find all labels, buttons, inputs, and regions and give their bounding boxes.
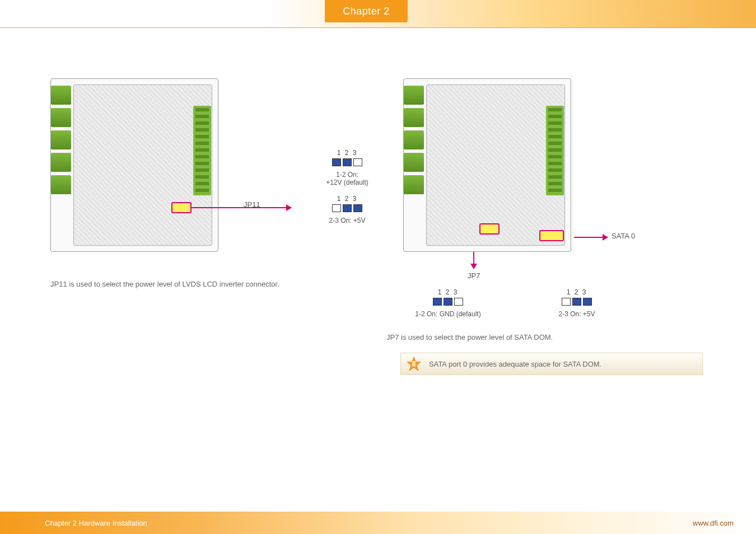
callout-arrow-jp11: [190, 207, 291, 208]
svg-rect-1: [412, 361, 416, 367]
jumper-diagrams-jp11: 1 2 3 1-2 On: +12V (default) 1 2 3 2-3 O…: [302, 146, 392, 232]
jumper-jp11-1-2: 1 2 3 1-2 On: +12V (default): [302, 149, 392, 187]
callout-label-jp11: JP11: [244, 200, 260, 209]
pin-row: [562, 298, 592, 306]
callout-label-jp7: JP7: [468, 271, 480, 280]
edge-slot: [51, 153, 71, 172]
jumper-jp7-2-3: 1 2 3 2-3 On: +5V: [532, 288, 622, 318]
dimm-slot: [546, 106, 564, 195]
jp11-location-highlight: [171, 202, 192, 213]
pin-row: [433, 298, 463, 306]
edge-slot: [51, 130, 71, 149]
left-column: JP11 1 2 3 1-2 On: +12V (default) 1 2 3: [50, 78, 386, 252]
edge-slot: [51, 175, 71, 194]
pin-1: [332, 204, 341, 212]
pin-row: [332, 158, 362, 166]
jumper-jp7-1-2: 1 2 3 1-2 On: GND (default): [403, 288, 493, 318]
callout-arrow-jp7: [473, 252, 474, 269]
sata0-location-highlight: [539, 230, 564, 241]
edge-slot: [51, 86, 71, 105]
jumper-label: 1-2 On: +12V (default): [302, 171, 392, 187]
pin-3: [454, 298, 463, 306]
edge-connectors: [51, 86, 71, 245]
pin-numbers: 1 2 3: [403, 288, 493, 296]
jumper-diagrams-jp7: 1 2 3 1-2 On: GND (default) 1 2 3 2-3 On…: [403, 288, 622, 318]
page-footer: Chapter 2 Hardware Installation www.dfi.…: [0, 512, 756, 534]
jumper-jp11-2-3: 1 2 3 2-3 On: +5V: [302, 195, 392, 224]
pin-numbers: 1 2 3: [302, 149, 392, 157]
right-column: SATA 0 JP7 1 2 3 1-2 On: GND (default) 1…: [386, 78, 722, 252]
pin-1: [433, 298, 442, 306]
jp7-location-highlight: [479, 223, 500, 235]
note-text: SATA port 0 provides adequate space for …: [429, 360, 601, 368]
motherboard-illustration: [50, 78, 218, 252]
edge-slot: [51, 108, 71, 127]
jumper-label: 1-2 On: GND (default): [403, 310, 493, 318]
chapter-tab: Chapter 2: [325, 0, 408, 22]
pin-3: [353, 204, 362, 212]
pin-row: [332, 204, 362, 212]
pin-1: [562, 298, 571, 306]
edge-connectors: [404, 86, 424, 245]
pin-numbers: 1 2 3: [532, 288, 622, 296]
pin-2: [343, 204, 352, 212]
board-diagram-right: [403, 78, 571, 252]
callout-label-sata0: SATA 0: [612, 232, 635, 240]
footer-chapter-title: Chapter 2 Hardware Installation: [45, 519, 147, 527]
pin-1: [332, 158, 341, 166]
pin-3: [353, 158, 362, 166]
jumper-label: 2-3 On: +5V: [532, 310, 622, 318]
edge-slot: [404, 175, 424, 194]
footer-url: www.dfi.com: [693, 519, 734, 527]
callout-arrow-sata0: [574, 237, 608, 238]
note-icon: [407, 357, 421, 371]
note-callout: SATA port 0 provides adequate space for …: [400, 353, 703, 375]
edge-slot: [404, 108, 424, 127]
dimm-slot: [193, 106, 211, 195]
jumper-label: 2-3 On: +5V: [302, 217, 392, 224]
edge-slot: [404, 86, 424, 105]
board-diagram-left: [50, 78, 218, 252]
pin-2: [343, 158, 352, 166]
pin-3: [583, 298, 592, 306]
edge-slot: [404, 153, 424, 172]
jp11-description: JP11 is used to select the power level o…: [50, 280, 279, 288]
jp7-description: JP7 is used to select the power level of…: [386, 333, 553, 341]
edge-slot: [404, 130, 424, 149]
page-content: JP11 1 2 3 1-2 On: +12V (default) 1 2 3: [0, 28, 756, 512]
pin-2: [444, 298, 452, 306]
pin-2: [572, 298, 581, 306]
motherboard-illustration: [403, 78, 571, 252]
pin-numbers: 1 2 3: [302, 195, 392, 203]
